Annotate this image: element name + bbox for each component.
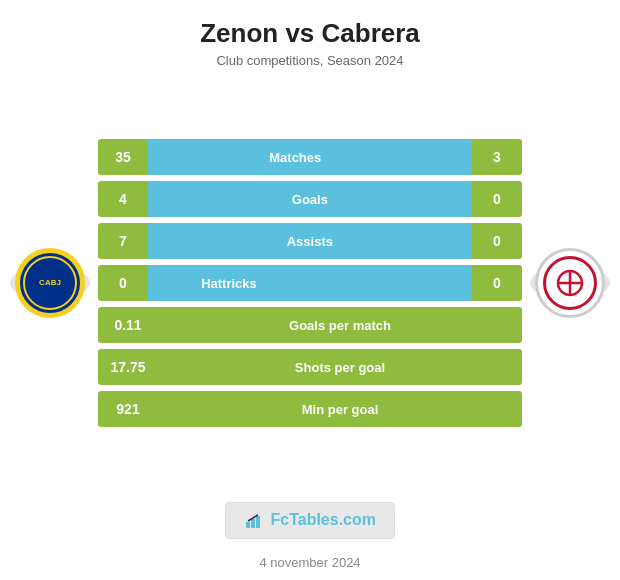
- stat-row-assists: 7 Assists 0: [98, 223, 522, 259]
- goals-label: Goals: [292, 192, 328, 207]
- assists-bar: Assists: [148, 223, 472, 259]
- brand-tables: Tables.com: [289, 511, 376, 528]
- stat-row-goals: 4 Goals 0: [98, 181, 522, 217]
- left-logo-container: CABJ: [10, 246, 90, 320]
- stat-row-hattricks: 0 Hattricks 0: [98, 265, 522, 301]
- footer-logo-section: FcTables.com: [225, 494, 395, 547]
- lanus-icon: [555, 268, 585, 298]
- shots-per-goal-label: Shots per goal: [295, 360, 385, 375]
- stat-row-goals-per-match: 0.11 Goals per match: [98, 307, 522, 343]
- stat-row-shots-per-goal: 17.75 Shots per goal: [98, 349, 522, 385]
- goals-per-match-bar: Goals per match: [158, 307, 522, 343]
- hattricks-label: Hattricks: [201, 276, 257, 291]
- matches-bar-left: Matches: [148, 139, 443, 175]
- goals-bar-left: Goals: [148, 181, 472, 217]
- goals-bar: Goals: [148, 181, 472, 217]
- svg-rect-4: [251, 519, 255, 528]
- boca-logo: CABJ: [13, 246, 87, 320]
- assists-bar-left: Assists: [148, 223, 472, 259]
- main-content: CABJ 35 Matches 3 4 Goals: [0, 74, 620, 482]
- shots-per-goal-value: 17.75: [98, 349, 158, 385]
- matches-bar-right: [443, 139, 472, 175]
- header: Zenon vs Cabrera Club competitions, Seas…: [200, 0, 420, 74]
- min-per-goal-label: Min per goal: [302, 402, 379, 417]
- brand-fc: Fc: [270, 511, 289, 528]
- right-logo-container: [530, 246, 610, 320]
- left-logo-text: CABJ: [39, 278, 61, 288]
- assists-right-value: 0: [472, 223, 522, 259]
- assists-label: Assists: [287, 234, 333, 249]
- shots-per-goal-bar: Shots per goal: [158, 349, 522, 385]
- hattricks-left-value: 0: [98, 265, 148, 301]
- stats-container: 35 Matches 3 4 Goals 0 7: [90, 139, 530, 427]
- stat-row-matches: 35 Matches 3: [98, 139, 522, 175]
- min-per-goal-bar: Min per goal: [158, 391, 522, 427]
- hattricks-bar: Hattricks: [148, 265, 472, 301]
- svg-rect-5: [256, 516, 260, 528]
- matches-right-value: 3: [472, 139, 522, 175]
- stat-row-min-per-goal: 921 Min per goal: [98, 391, 522, 427]
- goals-left-value: 4: [98, 181, 148, 217]
- fctables-brand: FcTables.com: [225, 502, 395, 539]
- subtitle: Club competitions, Season 2024: [200, 53, 420, 68]
- assists-left-value: 7: [98, 223, 148, 259]
- matches-label: Matches: [269, 150, 321, 165]
- min-per-goal-value: 921: [98, 391, 158, 427]
- fctables-icon: [244, 512, 262, 530]
- hattricks-right-value: 0: [472, 265, 522, 301]
- lanus-logo: [533, 246, 607, 320]
- goals-right-value: 0: [472, 181, 522, 217]
- goals-per-match-label: Goals per match: [289, 318, 391, 333]
- matches-bar: Matches: [148, 139, 472, 175]
- hattricks-bar-right: [310, 265, 472, 301]
- svg-rect-3: [246, 522, 250, 528]
- matches-left-value: 35: [98, 139, 148, 175]
- goals-per-match-value: 0.11: [98, 307, 158, 343]
- hattricks-bar-left: Hattricks: [148, 265, 310, 301]
- footer-date: 4 november 2024: [259, 547, 360, 580]
- page-title: Zenon vs Cabrera: [200, 18, 420, 49]
